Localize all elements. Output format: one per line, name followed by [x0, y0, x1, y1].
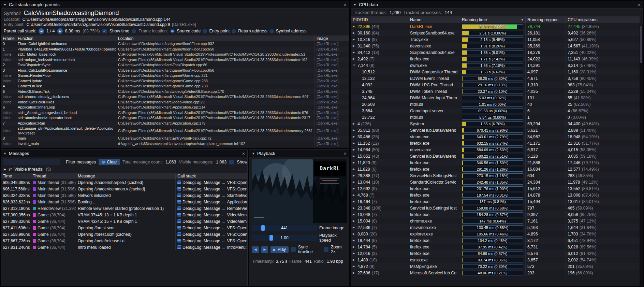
sort-descending-icon[interactable]: ▼: [521, 18, 524, 21]
expand-icon[interactable]: ▶: [353, 155, 356, 158]
message-callstack[interactable]: DebugLog::Message←VFS::Open: [176, 186, 247, 192]
expand-icon[interactable]: ▶: [353, 142, 356, 145]
callstack-frame-row[interactable]: 0Floor::CalcLightNoLuminanceC:\Users\wol…: [1, 41, 349, 47]
message-callstack[interactable]: DebugLog::Message←VFS::Open: [176, 179, 247, 186]
cpu-process-row[interactable]: ▶34,412(18)ScriptedSandbox64.exe1.85 s (…: [351, 49, 640, 56]
cpu-process-row[interactable]: ▶4,768(7)firefox.exe187.54 ms (0.81%)14,…: [351, 192, 640, 198]
message-row[interactable]: 627,667,736nsGame(36,704)Opening /meta/r…: [1, 238, 247, 244]
cpu-process-row[interactable]: ▶27,536(7)msvsmon.exe133.45 ms (0.58%)5,…: [351, 224, 640, 231]
message-callstack[interactable]: DebugLog::Message←IntroMenu::: [176, 244, 247, 250]
show-time-checkbox[interactable]: [102, 29, 107, 33]
cpu-process-row[interactable]: ▶11,152(12)firefox.exe632.15 ms (2.74%)4…: [351, 140, 640, 146]
clear-button[interactable]: ⊗Clear: [99, 159, 120, 165]
frame-location-radio[interactable]: [132, 29, 136, 33]
callstack-frame-row[interactable]: 4Game::OnTickC:\Users\wolf\Desktop\darkr…: [1, 84, 349, 89]
cpu-process-row[interactable]: 3,748DWM Token Thread23.37 ms (0.10%)4,0…: [351, 88, 640, 95]
cpu-process-row[interactable]: ▶12,016(3)firefox.exe84.89 ms (0.37%)6,5…: [351, 250, 640, 257]
play-button[interactable]: ▶Play: [270, 246, 289, 253]
cpu-process-row[interactable]: ▶14,784(5)firefox.exe97.95 ms (0.42%)6,7…: [351, 244, 640, 250]
radio-symbol-address[interactable]: [269, 29, 274, 33]
cpu-process-row[interactable]: ▶4(126)System1.55 s (6.70%)69,29434,400(…: [351, 120, 640, 127]
cpu-process-row[interactable]: 10,512DWM Compositor Thread1.53 s (6.63%…: [351, 69, 640, 75]
expand-icon[interactable]: ▶: [353, 258, 356, 261]
expand-icon[interactable]: ▶: [353, 148, 356, 151]
expand-icon[interactable]: ▶: [353, 219, 356, 223]
cpu-process-row[interactable]: ▶30,456(25)steam.exe643.61 ms (2.79%)34,…: [351, 133, 640, 140]
sync-timeline-checkbox[interactable]: [291, 247, 296, 252]
expand-icon[interactable]: ▶: [353, 271, 356, 274]
cpu-process-row[interactable]: ▶11,828(6)firefox.exe291.26 ms (1.26%)16…: [351, 166, 640, 172]
callstack-frame-row[interactable]: inlineVideo::GetTicksHiResC:\Users\wolf\…: [1, 100, 349, 105]
cpu-process-row[interactable]: ▶8,080(20)explorer.exe105.66 ms (0.46%)4…: [351, 231, 640, 237]
cpu-process-row[interactable]: 3,564GameInput server69.68 us (0.00%)64(…: [351, 107, 640, 114]
cpu-process-row[interactable]: 13,732ntdll.dll5.84 us (0.00%)10(0.00%): [351, 114, 640, 120]
filter-input[interactable]: [3, 159, 60, 165]
message-callstack[interactable]: DebugLog::Message←VFS::Open: [176, 238, 247, 244]
collapse-icon[interactable]: ▼: [252, 152, 255, 155]
callstack-icon[interactable]: [177, 245, 181, 249]
expand-icon[interactable]: ▶: [353, 122, 356, 125]
callstack-icon[interactable]: [177, 213, 181, 217]
close-icon[interactable]: ×: [638, 2, 641, 7]
callstack-frame-row[interactable]: inlinestd::unique_lock<std::mutex>::lock…: [1, 57, 349, 63]
expand-icon[interactable]: ▶: [353, 57, 356, 60]
message-row[interactable]: 606,049,398nsMain thread(31,596)Opening …: [1, 179, 247, 186]
expand-icon[interactable]: ▶: [353, 239, 356, 242]
message-callstack[interactable]: DebugLog::Message←VFS::Open: [176, 231, 247, 238]
expand-icon[interactable]: ▶: [353, 31, 356, 34]
expand-icon[interactable]: ▶: [353, 213, 356, 216]
cpu-process-row[interactable]: 20,508ntdll.dll1.01 ms (0.00%)4025(62.50…: [351, 101, 640, 107]
expand-icon[interactable]: ▶: [353, 181, 356, 184]
message-callstack[interactable]: DebugLog::Message←VFS::Open: [176, 225, 247, 231]
close-icon[interactable]: ×: [242, 151, 245, 156]
cpu-process-row[interactable]: 24,964DWM Master Input Threa5.03 ms (0.0…: [351, 95, 640, 101]
callstack-frame-row[interactable]: inlinestd::atomic<bool>::operator boolC:…: [1, 115, 349, 121]
message-callstack[interactable]: DebugLog::Message←StartNetwo: [176, 192, 247, 199]
expand-icon[interactable]: ▶: [353, 265, 356, 268]
cpu-process-row[interactable]: ▶35,812(88)ServiceHub.DataWareho670.41 m…: [351, 127, 640, 133]
callstack-frame-row[interactable]: 7Application::RunC:\Users\wolf\Desktop\d…: [1, 121, 349, 126]
expand-icon[interactable]: ▶: [353, 51, 356, 54]
cpu-process-row[interactable]: ▶4,872(9)MsMpEng.exe70.22 ms (0.30%)5732…: [351, 263, 640, 270]
show-frame-checkbox[interactable]: [229, 160, 234, 164]
message-row[interactable]: 627,558,996nsGame(36,704)Opening /forest…: [1, 231, 247, 238]
cpu-process-row[interactable]: ▶22,396(49)DarkRL.exe2.79 s (12.06%)78,7…: [351, 23, 640, 30]
callstack-frame-row[interactable]: inlinestd::_Mutex_base::lockC:\Program F…: [1, 52, 349, 57]
frame-image-slider[interactable]: 441: [252, 225, 317, 231]
prev-parent-button[interactable]: ◀: [39, 28, 44, 34]
column-header-pid-tid[interactable]: PID/TID: [351, 16, 408, 23]
message-row[interactable]: 627,411,606nsGame(36,704)Opening /forest…: [1, 225, 247, 231]
collapse-icon[interactable]: ▼: [3, 3, 6, 6]
expand-threads-icon[interactable]: ▶: [4, 168, 6, 171]
collapse-icon[interactable]: ▼: [3, 152, 6, 155]
column-header-name[interactable]: Name: [408, 16, 460, 23]
radio-source-code[interactable]: [170, 29, 175, 33]
message-row[interactable]: 627,399,326nsGame(36,704)VRAM 43x45: 15 …: [1, 218, 247, 225]
callstack-frame-row[interactable]: inlineinvoke_maind:\agent\_work\63\s\src…: [1, 141, 349, 147]
message-callstack[interactable]: DebugLog::Message←RemoteVie: [176, 205, 247, 212]
radio-return-address[interactable]: [232, 29, 236, 33]
shuffle-icon[interactable]: ⇄: [9, 167, 12, 172]
cpu-process-row[interactable]: ▶12,692(9)firefox.exe231.76 ms (1.00%)15…: [351, 185, 640, 192]
expand-icon[interactable]: ▶: [353, 193, 356, 197]
expand-icon[interactable]: ▶: [353, 245, 356, 248]
callstack-frame-row[interactable]: inlineGame::RenderFloorC:\Users\wolf\Des…: [1, 73, 349, 78]
cpu-process-row[interactable]: ▶10,316(9)Tracy.exe2.18 s (9.45%)11,0585…: [351, 36, 640, 43]
expand-icon[interactable]: ▶: [353, 226, 356, 229]
cpu-process-row[interactable]: ▶23,348(106)ServiceHub.SettingsHost158.0…: [351, 205, 640, 211]
expand-icon[interactable]: ▶: [353, 200, 356, 203]
callstack-frame-row[interactable]: inlinestd::chrono::steady_clock::nowC:\P…: [1, 94, 349, 100]
collapse-icon[interactable]: ▼: [353, 64, 356, 67]
column-header-running-regions[interactable]: Running regions: [526, 16, 566, 23]
expand-icon[interactable]: ▶: [353, 135, 356, 138]
message-callstack[interactable]: DebugLog::Message←VideoMemo: [176, 212, 247, 218]
expand-icon[interactable]: ▶: [353, 252, 356, 255]
callstack-frame-row[interactable]: inlinestd::_Atomic_storage<bool,1>::load…: [1, 110, 349, 116]
expand-icon[interactable]: ▶: [353, 168, 356, 171]
callstack-frame-row[interactable]: 8mainC:\Users\wolf\Desktop\darkrl\src\En…: [1, 136, 349, 141]
cpu-process-row[interactable]: ▶13,048(7)firefox.exe154.28 ms (0.67%)9,…: [351, 211, 640, 218]
cpu-process-row[interactable]: ▶14,984(50)devenv.exe584.69 ms (2.53%)6,…: [351, 146, 640, 153]
expand-icon[interactable]: ▶: [353, 232, 356, 235]
cpu-process-row[interactable]: ▶15,004(8)chrome.exe147 ms (0.64%)7,1613…: [351, 218, 640, 224]
callstack-icon[interactable]: [177, 206, 181, 210]
